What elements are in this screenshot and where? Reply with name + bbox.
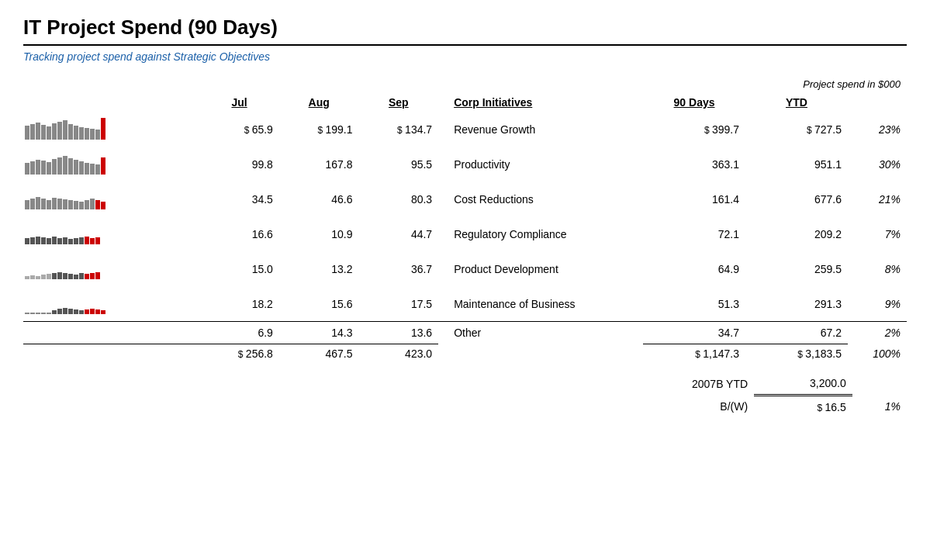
svg-rect-81 [36,312,40,314]
svg-rect-84 [41,312,46,314]
bw-value: $ 16.5 [754,396,852,419]
svg-rect-12 [90,129,95,140]
project-spend-label: Project spend in $000 [643,75,907,93]
table-row: 16.610.944.7Regulatory Compliance72.1209… [23,216,907,251]
svg-rect-78 [30,312,35,314]
table-row: 15.013.236.7Product Development64.9259.5… [23,251,907,286]
svg-rect-61 [36,276,40,279]
col-header-chart [23,93,199,112]
svg-rect-9 [74,126,78,140]
col-header-sep: Sep [359,93,439,112]
subtitle: Tracking project spend against Strategic… [23,50,907,63]
svg-rect-32 [36,197,40,209]
total-jul: $ 256.8 [199,344,279,364]
svg-rect-43 [95,200,100,209]
pct-value: 8% [848,251,907,286]
svg-rect-11 [85,128,89,140]
total-sep: 423.0 [359,344,439,364]
sep-value: 95.5 [359,147,439,181]
svg-rect-60 [30,275,35,279]
initiative-label: Regulatory Compliance [438,216,643,251]
svg-rect-70 [85,274,89,279]
svg-rect-57 [90,238,95,244]
svg-rect-14 [101,118,105,140]
pct-value: 30% [848,147,907,181]
col-header-initiative: Corp Initiatives [438,93,643,112]
svg-rect-15 [25,163,29,175]
svg-rect-30 [25,200,29,209]
svg-rect-37 [63,199,67,209]
svg-rect-17 [36,160,40,175]
svg-rect-46 [30,237,35,244]
ytd-value: 209.2 [745,216,848,251]
jul-value: $ 65.9 [199,112,279,147]
table-row: 34.546.680.3Cost Reductions161.4677.621% [23,181,907,216]
sep-value: $ 134.7 [359,112,439,147]
total-aug: 467.5 [279,344,359,364]
svg-rect-97 [101,310,105,314]
page-title: IT Project Spend (90 Days) [23,16,907,46]
initiative-label: Productivity [438,147,643,181]
initiative-label: Revenue Growth [438,112,643,147]
svg-rect-52 [63,237,67,244]
svg-rect-28 [95,164,100,175]
aug-value: 15.6 [279,286,359,322]
bw-pct: 1% [852,396,907,419]
table-row: 99.8167.895.5Productivity363.1951.130% [23,147,907,181]
sep-value: 44.7 [359,216,439,251]
svg-rect-53 [68,239,73,244]
svg-rect-2 [36,123,40,140]
pct-value: 21% [848,181,907,216]
svg-rect-67 [68,274,73,279]
svg-rect-68 [74,275,78,279]
svg-rect-89 [57,309,62,314]
jul-value: 18.2 [199,286,279,322]
svg-rect-88 [52,310,57,314]
svg-rect-44 [101,202,105,209]
svg-rect-40 [79,202,84,209]
svg-rect-35 [52,198,57,209]
jul-value: 6.9 [199,322,279,344]
initiative-label: Other [438,322,643,344]
aug-value: 14.3 [279,322,359,344]
pct-value: 9% [848,286,907,322]
svg-rect-25 [79,161,84,175]
svg-rect-75 [25,312,29,314]
svg-rect-47 [36,237,40,244]
col-header-pct [848,93,907,112]
ytd-value: 677.6 [745,181,848,216]
ytd-value: 291.3 [745,286,848,322]
aug-value: 46.6 [279,181,359,216]
svg-rect-71 [90,273,95,279]
sep-value: 80.3 [359,181,439,216]
mini-chart-cell [23,216,199,251]
pct-value: 23% [848,112,907,147]
svg-rect-45 [25,238,29,244]
svg-rect-59 [25,276,29,279]
aug-value: 167.8 [279,147,359,181]
svg-rect-65 [57,272,62,279]
svg-rect-21 [57,157,62,175]
bw-label: B/(W) [656,396,755,419]
svg-rect-18 [41,161,46,175]
svg-rect-29 [101,157,105,175]
svg-rect-27 [90,164,95,175]
svg-rect-23 [68,158,73,175]
jul-value: 34.5 [199,181,279,216]
mini-chart-cell [23,147,199,181]
svg-rect-34 [47,200,51,209]
svg-rect-66 [63,273,67,279]
svg-rect-54 [74,238,78,244]
col-header-90days: 90 Days [643,93,745,112]
svg-rect-38 [68,200,73,209]
total-ytd: $ 3,183.5 [745,344,848,364]
ytd-value: $ 727.5 [745,112,848,147]
svg-rect-26 [85,163,89,175]
initiative-label: Product Development [438,251,643,286]
aug-value: $ 199.1 [279,112,359,147]
svg-rect-13 [95,130,100,140]
pct-value: 7% [848,216,907,251]
svg-rect-39 [74,201,78,209]
aug-value: 13.2 [279,251,359,286]
svg-rect-69 [79,273,84,279]
